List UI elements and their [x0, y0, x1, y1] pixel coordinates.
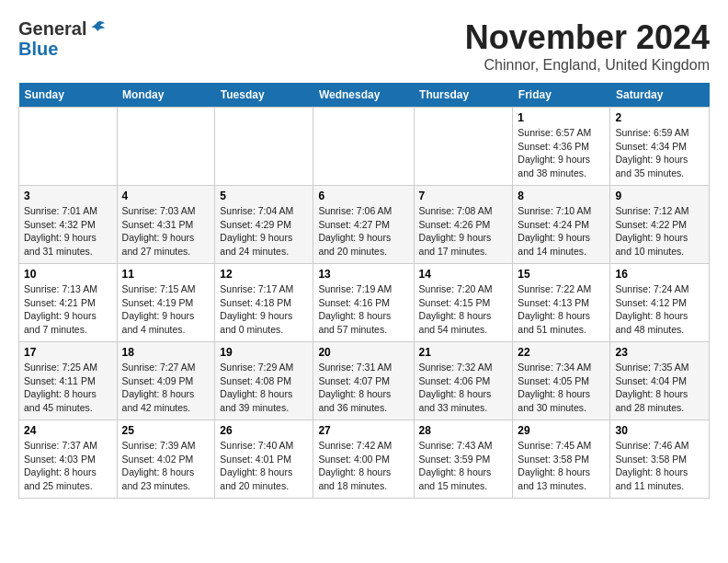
calendar-cell: 30Sunrise: 7:46 AM Sunset: 3:58 PM Dayli…: [610, 420, 710, 499]
day-number: 14: [419, 268, 508, 281]
logo-general: General: [18, 18, 86, 39]
day-number: 28: [419, 424, 508, 437]
day-info: Sunrise: 7:06 AM Sunset: 4:27 PM Dayligh…: [318, 204, 408, 259]
calendar-cell: 26Sunrise: 7:40 AM Sunset: 4:01 PM Dayli…: [215, 420, 313, 499]
day-number: 20: [318, 346, 408, 359]
calendar-cell: 11Sunrise: 7:15 AM Sunset: 4:19 PM Dayli…: [117, 264, 215, 342]
day-number: 21: [419, 346, 508, 359]
day-number: 24: [24, 424, 112, 437]
day-info: Sunrise: 7:19 AM Sunset: 4:16 PM Dayligh…: [318, 282, 408, 337]
day-number: 30: [615, 424, 704, 437]
calendar-cell: 22Sunrise: 7:34 AM Sunset: 4:05 PM Dayli…: [513, 342, 610, 420]
day-number: 19: [220, 346, 308, 359]
day-number: 29: [518, 424, 605, 437]
title-area: November 2024 Chinnor, England, United K…: [465, 18, 710, 74]
calendar-cell: 20Sunrise: 7:31 AM Sunset: 4:07 PM Dayli…: [313, 342, 414, 420]
calendar-cell: 13Sunrise: 7:19 AM Sunset: 4:16 PM Dayli…: [313, 264, 414, 342]
calendar-cell: 12Sunrise: 7:17 AM Sunset: 4:18 PM Dayli…: [215, 264, 313, 342]
calendar-cell: [19, 108, 118, 186]
day-number: 26: [220, 424, 308, 437]
day-info: Sunrise: 6:59 AM Sunset: 4:34 PM Dayligh…: [615, 126, 704, 180]
logo: General Blue: [18, 18, 107, 59]
day-number: 3: [24, 190, 112, 202]
calendar-cell: 25Sunrise: 7:39 AM Sunset: 4:02 PM Dayli…: [117, 420, 215, 499]
weekday-header: Thursday: [414, 83, 513, 108]
day-info: Sunrise: 7:32 AM Sunset: 4:06 PM Dayligh…: [419, 361, 508, 415]
day-info: Sunrise: 7:40 AM Sunset: 4:01 PM Dayligh…: [220, 439, 308, 493]
day-info: Sunrise: 7:03 AM Sunset: 4:31 PM Dayligh…: [122, 204, 210, 259]
calendar-cell: 21Sunrise: 7:32 AM Sunset: 4:06 PM Dayli…: [414, 342, 513, 420]
calendar-cell: 29Sunrise: 7:45 AM Sunset: 3:58 PM Dayli…: [513, 420, 610, 499]
calendar-week-row: 10Sunrise: 7:13 AM Sunset: 4:21 PM Dayli…: [19, 264, 710, 342]
day-number: 7: [419, 190, 508, 202]
day-info: Sunrise: 7:12 AM Sunset: 4:22 PM Dayligh…: [615, 204, 704, 259]
day-info: Sunrise: 7:25 AM Sunset: 4:11 PM Dayligh…: [24, 361, 112, 415]
day-info: Sunrise: 7:45 AM Sunset: 3:58 PM Dayligh…: [518, 439, 605, 493]
day-number: 17: [24, 346, 112, 359]
day-number: 22: [518, 346, 605, 359]
day-number: 27: [318, 424, 408, 437]
calendar-cell: 9Sunrise: 7:12 AM Sunset: 4:22 PM Daylig…: [610, 186, 710, 264]
day-info: Sunrise: 7:22 AM Sunset: 4:13 PM Dayligh…: [518, 282, 605, 337]
day-number: 6: [318, 190, 408, 202]
location: Chinnor, England, United Kingdom: [465, 57, 710, 74]
day-info: Sunrise: 7:04 AM Sunset: 4:29 PM Dayligh…: [220, 204, 308, 259]
day-number: 12: [220, 268, 308, 281]
calendar-cell: 18Sunrise: 7:27 AM Sunset: 4:09 PM Dayli…: [117, 342, 215, 420]
day-number: 23: [615, 346, 704, 359]
day-number: 4: [122, 190, 210, 202]
day-info: Sunrise: 7:08 AM Sunset: 4:26 PM Dayligh…: [419, 204, 508, 259]
day-info: Sunrise: 7:24 AM Sunset: 4:12 PM Dayligh…: [615, 282, 704, 337]
day-number: 8: [518, 190, 605, 202]
calendar-cell: 23Sunrise: 7:35 AM Sunset: 4:04 PM Dayli…: [610, 342, 710, 420]
calendar-cell: [215, 108, 313, 186]
calendar-cell: [117, 108, 215, 186]
calendar-cell: 27Sunrise: 7:42 AM Sunset: 4:00 PM Dayli…: [313, 420, 414, 499]
day-info: Sunrise: 7:15 AM Sunset: 4:19 PM Dayligh…: [122, 282, 210, 337]
day-info: Sunrise: 7:13 AM Sunset: 4:21 PM Dayligh…: [24, 282, 112, 337]
weekday-header: Monday: [117, 83, 215, 108]
calendar-cell: 17Sunrise: 7:25 AM Sunset: 4:11 PM Dayli…: [19, 342, 118, 420]
calendar-week-row: 1Sunrise: 6:57 AM Sunset: 4:36 PM Daylig…: [19, 108, 710, 186]
day-info: Sunrise: 7:39 AM Sunset: 4:02 PM Dayligh…: [122, 439, 210, 493]
calendar-cell: 5Sunrise: 7:04 AM Sunset: 4:29 PM Daylig…: [215, 186, 313, 264]
day-number: 11: [122, 268, 210, 281]
day-info: Sunrise: 7:10 AM Sunset: 4:24 PM Dayligh…: [518, 204, 605, 259]
logo-blue: Blue: [18, 39, 107, 59]
month-title: November 2024: [465, 18, 710, 57]
calendar-cell: 8Sunrise: 7:10 AM Sunset: 4:24 PM Daylig…: [513, 186, 610, 264]
calendar-cell: [414, 108, 513, 186]
header: General Blue November 2024 Chinnor, Engl…: [18, 18, 710, 74]
day-info: Sunrise: 7:43 AM Sunset: 3:59 PM Dayligh…: [419, 439, 508, 493]
weekday-header: Tuesday: [215, 83, 313, 108]
weekday-header: Friday: [513, 83, 610, 108]
calendar-cell: 7Sunrise: 7:08 AM Sunset: 4:26 PM Daylig…: [414, 186, 513, 264]
calendar-week-row: 24Sunrise: 7:37 AM Sunset: 4:03 PM Dayli…: [19, 420, 710, 499]
logo-bird-icon: [88, 19, 107, 38]
calendar-table: SundayMondayTuesdayWednesdayThursdayFrid…: [18, 83, 710, 499]
day-number: 15: [518, 268, 605, 281]
day-info: Sunrise: 7:20 AM Sunset: 4:15 PM Dayligh…: [419, 282, 508, 337]
calendar-cell: 24Sunrise: 7:37 AM Sunset: 4:03 PM Dayli…: [19, 420, 118, 499]
day-number: 10: [24, 268, 112, 281]
day-number: 2: [615, 111, 704, 124]
calendar-cell: 15Sunrise: 7:22 AM Sunset: 4:13 PM Dayli…: [513, 264, 610, 342]
calendar-cell: 3Sunrise: 7:01 AM Sunset: 4:32 PM Daylig…: [19, 186, 118, 264]
weekday-header-row: SundayMondayTuesdayWednesdayThursdayFrid…: [19, 83, 710, 108]
day-number: 9: [615, 190, 704, 202]
calendar-cell: 2Sunrise: 6:59 AM Sunset: 4:34 PM Daylig…: [610, 108, 710, 186]
day-info: Sunrise: 7:46 AM Sunset: 3:58 PM Dayligh…: [615, 439, 704, 493]
day-number: 13: [318, 268, 408, 281]
calendar-cell: 1Sunrise: 6:57 AM Sunset: 4:36 PM Daylig…: [513, 108, 610, 186]
day-number: 1: [518, 111, 605, 124]
calendar-cell: 14Sunrise: 7:20 AM Sunset: 4:15 PM Dayli…: [414, 264, 513, 342]
calendar-cell: 19Sunrise: 7:29 AM Sunset: 4:08 PM Dayli…: [215, 342, 313, 420]
day-info: Sunrise: 7:29 AM Sunset: 4:08 PM Dayligh…: [220, 361, 308, 415]
day-number: 16: [615, 268, 704, 281]
calendar-cell: 4Sunrise: 7:03 AM Sunset: 4:31 PM Daylig…: [117, 186, 215, 264]
calendar-cell: 16Sunrise: 7:24 AM Sunset: 4:12 PM Dayli…: [610, 264, 710, 342]
day-number: 25: [122, 424, 210, 437]
calendar-cell: 6Sunrise: 7:06 AM Sunset: 4:27 PM Daylig…: [313, 186, 414, 264]
day-info: Sunrise: 7:35 AM Sunset: 4:04 PM Dayligh…: [615, 361, 704, 415]
weekday-header: Sunday: [19, 83, 118, 108]
